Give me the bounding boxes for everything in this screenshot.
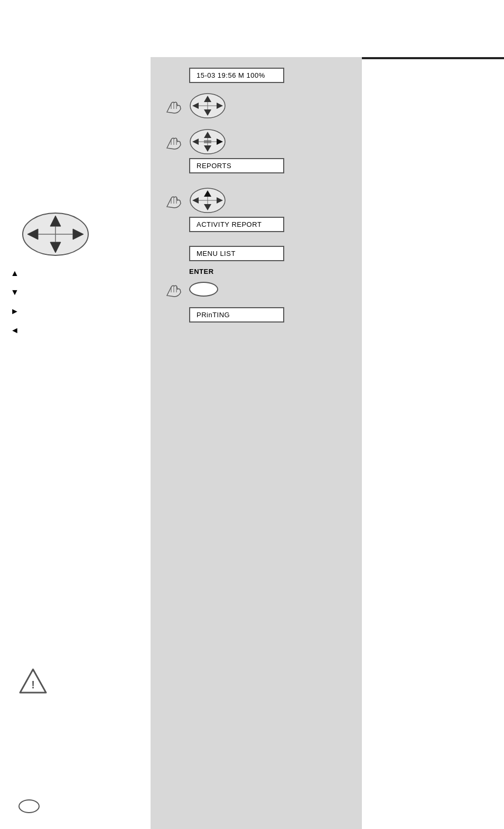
dpad-step-2 [189,128,226,155]
screen-printing: PRinTING [189,307,284,323]
finger-icon-2 [164,133,184,150]
arrow-right-row: ► [11,307,24,316]
screen-activity-report: ACTIVITY REPORT [189,217,284,232]
step-2: REPORTS [164,128,349,178]
enter-button[interactable] [189,282,218,297]
screen-activity-box: ACTIVITY REPORT [189,217,349,236]
arrow-up-row: ▲ [11,269,24,278]
page-number [18,799,40,813]
step-5: PRinTING [164,307,349,327]
arrow-down-symbol: ▼ [11,288,19,297]
screen-menulist-box: MENU LIST [189,246,349,265]
step-4-row [164,281,349,298]
step-1: 15-03 19:56 M 100% [164,68,349,119]
right-panel: 15-03 19:56 M 100% [151,57,362,829]
finger-icon-3 [164,192,184,209]
step-1-row [164,93,349,119]
warning-icon: ! [18,667,48,697]
screen-menu-list: MENU LIST [189,246,284,261]
dpad-step-1 [189,93,226,119]
finger-icon-4 [164,281,184,298]
step-3-row [164,187,349,214]
arrow-labels: ▲ ▼ ► ◄ [11,269,24,345]
arrow-left-symbol: ◄ [11,326,19,335]
screen-reports-box: REPORTS [189,158,349,178]
arrow-up-symbol: ▲ [11,269,19,278]
left-column: ▲ ▼ ► ◄ ! [0,57,151,829]
step-4: MENU LIST ENTER [164,246,349,298]
arrow-left-row: ◄ [11,326,24,335]
dpad-large-diagram [21,210,90,258]
finger-icon-1 [164,97,184,114]
step-3: ACTIVITY REPORT [164,187,349,236]
svg-text:!: ! [31,679,35,690]
screen-printing-box: PRinTING [189,307,349,327]
dpad-step-3 [189,187,226,214]
screen-datetime: 15-03 19:56 M 100% [189,68,284,83]
enter-label: ENTER [189,268,349,275]
step-2-row [164,128,349,155]
arrow-right-symbol: ► [11,307,19,316]
screen-reports: REPORTS [189,158,284,173]
arrow-down-row: ▼ [11,288,24,297]
